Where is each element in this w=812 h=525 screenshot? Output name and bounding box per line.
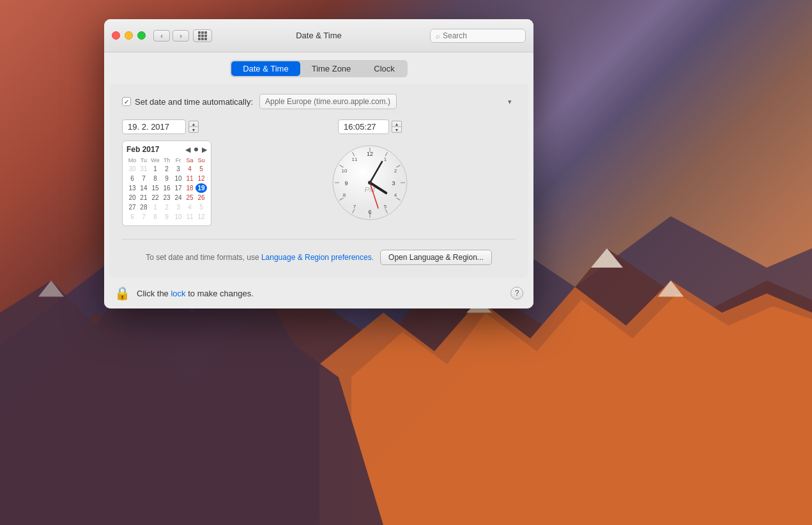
date-stepper-down[interactable]: ▼ bbox=[188, 126, 199, 133]
time-display[interactable]: 16:05:27 bbox=[338, 119, 389, 134]
calendar-day[interactable]: 15 bbox=[149, 183, 161, 193]
time-stepper-down[interactable]: ▼ bbox=[392, 126, 402, 133]
back-button[interactable]: ‹ bbox=[153, 30, 170, 42]
calendar-day[interactable]: 12 bbox=[195, 212, 207, 222]
open-language-region-button[interactable]: Open Language & Region... bbox=[380, 250, 492, 265]
calendar-next-button[interactable]: ▶ bbox=[202, 146, 207, 154]
calendar-day[interactable]: 11 bbox=[184, 212, 195, 222]
calendar-day[interactable]: 19 bbox=[195, 183, 207, 193]
calendar-day[interactable]: 7 bbox=[138, 174, 149, 183]
svg-text:12: 12 bbox=[367, 151, 373, 157]
calendar-day[interactable]: 9 bbox=[161, 212, 172, 222]
svg-text:6: 6 bbox=[368, 209, 371, 215]
close-button[interactable] bbox=[112, 31, 120, 40]
clock-svg: 12 3 6 9 1 2 4 5 7 8 10 11 PM bbox=[332, 144, 408, 221]
svg-text:PM: PM bbox=[365, 186, 376, 194]
calendar-day[interactable]: 28 bbox=[138, 202, 149, 212]
auto-time-checkbox-area: ✓ Set date and time automatically: bbox=[122, 97, 253, 107]
calendar-day[interactable]: 24 bbox=[172, 193, 184, 202]
lock-icon[interactable]: 🔒 bbox=[114, 285, 130, 301]
auto-time-row: ✓ Set date and time automatically: Apple… bbox=[122, 94, 516, 109]
calendar-day[interactable]: 26 bbox=[195, 193, 207, 202]
cal-header-we: We bbox=[149, 156, 161, 164]
svg-text:3: 3 bbox=[392, 180, 395, 186]
minimize-button[interactable] bbox=[125, 31, 133, 40]
calendar-day[interactable]: 6 bbox=[126, 174, 138, 183]
help-button[interactable]: ? bbox=[510, 287, 523, 300]
footer-link[interactable]: Language & Region preferences bbox=[261, 253, 372, 262]
calendar-day[interactable]: 1 bbox=[149, 202, 161, 212]
svg-text:4: 4 bbox=[394, 192, 397, 198]
calendar-day[interactable]: 7 bbox=[138, 212, 149, 222]
nav-buttons: ‹ › bbox=[153, 30, 189, 42]
calendar-today-dot[interactable] bbox=[194, 148, 198, 151]
calendar-day[interactable]: 17 bbox=[172, 183, 184, 193]
calendar-day[interactable]: 31 bbox=[138, 164, 149, 174]
traffic-lights bbox=[112, 31, 146, 40]
calendar-day[interactable]: 4 bbox=[184, 164, 195, 174]
date-display[interactable]: 19. 2. 2017 bbox=[122, 119, 186, 134]
calendar-header: Feb 2017 ◀ ▶ bbox=[126, 145, 207, 154]
footer-section: To set date and time formats, use Langua… bbox=[122, 239, 516, 265]
calendar-day[interactable]: 11 bbox=[184, 174, 195, 183]
calendar-day[interactable]: 22 bbox=[149, 193, 161, 202]
server-select[interactable]: Apple Europe (time.euro.apple.com.) bbox=[259, 94, 397, 109]
maximize-button[interactable] bbox=[137, 31, 146, 40]
auto-time-label: Set date and time automatically: bbox=[135, 97, 253, 107]
time-stepper: ▲ ▼ bbox=[392, 121, 402, 133]
grid-view-button[interactable] bbox=[193, 29, 212, 42]
calendar-day[interactable]: 2 bbox=[161, 202, 172, 212]
calendar-day[interactable]: 4 bbox=[184, 202, 195, 212]
forward-button[interactable]: › bbox=[172, 30, 189, 42]
date-input-row: 19. 2. 2017 ▲ ▼ bbox=[122, 119, 211, 134]
tab-date-time[interactable]: Date & Time bbox=[231, 61, 300, 76]
calendar-day[interactable]: 5 bbox=[195, 164, 207, 174]
calendar-day[interactable]: 18 bbox=[184, 183, 195, 193]
calendar-day[interactable]: 21 bbox=[138, 193, 149, 202]
lock-link[interactable]: lock bbox=[171, 289, 185, 298]
server-select-wrapper: Apple Europe (time.euro.apple.com.) bbox=[259, 94, 516, 109]
calendar-day[interactable]: 2 bbox=[161, 164, 172, 174]
svg-point-39 bbox=[368, 181, 372, 185]
calendar-day[interactable]: 6 bbox=[126, 212, 138, 222]
window-title: Date & Time bbox=[296, 31, 342, 40]
main-row: 19. 2. 2017 ▲ ▼ Feb 2017 ◀ ▶ bbox=[122, 119, 516, 226]
calendar-day[interactable]: 3 bbox=[172, 164, 184, 174]
time-section: 16:05:27 ▲ ▼ bbox=[224, 119, 516, 221]
calendar-day[interactable]: 8 bbox=[149, 174, 161, 183]
calendar-day[interactable]: 13 bbox=[126, 183, 138, 193]
calendar-day[interactable]: 20 bbox=[126, 193, 138, 202]
calendar-day[interactable]: 5 bbox=[195, 202, 207, 212]
calendar-day[interactable]: 9 bbox=[161, 174, 172, 183]
tab-time-zone[interactable]: Time Zone bbox=[300, 61, 363, 76]
search-box[interactable]: ⌕ bbox=[430, 29, 526, 43]
calendar-day[interactable]: 12 bbox=[195, 174, 207, 183]
calendar-day[interactable]: 8 bbox=[149, 212, 161, 222]
grid-icon bbox=[198, 31, 207, 40]
time-input-row: 16:05:27 ▲ ▼ bbox=[338, 119, 402, 134]
calendar-day[interactable]: 14 bbox=[138, 183, 149, 193]
calendar-nav: ◀ ▶ bbox=[185, 146, 207, 154]
svg-text:5: 5 bbox=[384, 204, 387, 209]
calendar-day[interactable]: 10 bbox=[172, 212, 184, 222]
auto-time-checkbox[interactable]: ✓ bbox=[122, 97, 131, 106]
calendar-month-year: Feb 2017 bbox=[126, 145, 159, 154]
footer-text: To set date and time formats, use Langua… bbox=[146, 253, 374, 262]
calendar-day[interactable]: 23 bbox=[161, 193, 172, 202]
calendar-day[interactable]: 27 bbox=[126, 202, 138, 212]
calendar-day[interactable]: 1 bbox=[149, 164, 161, 174]
search-input[interactable] bbox=[443, 31, 520, 40]
svg-text:11: 11 bbox=[352, 156, 358, 162]
calendar-day[interactable]: 16 bbox=[161, 183, 172, 193]
calendar-prev-button[interactable]: ◀ bbox=[185, 146, 190, 154]
tab-clock[interactable]: Clock bbox=[362, 61, 406, 76]
content-area: ✓ Set date and time automatically: Apple… bbox=[109, 84, 528, 278]
date-stepper: ▲ ▼ bbox=[188, 121, 199, 133]
bottom-bar: 🔒 Click the lock to make changes. ? bbox=[104, 278, 533, 308]
svg-text:10: 10 bbox=[342, 168, 348, 174]
calendar-day[interactable]: 3 bbox=[172, 202, 184, 212]
calendar-day[interactable]: 30 bbox=[126, 164, 138, 174]
calendar: Feb 2017 ◀ ▶ Mo Tu We bbox=[122, 141, 211, 226]
calendar-day[interactable]: 25 bbox=[184, 193, 195, 202]
calendar-day[interactable]: 10 bbox=[172, 174, 184, 183]
